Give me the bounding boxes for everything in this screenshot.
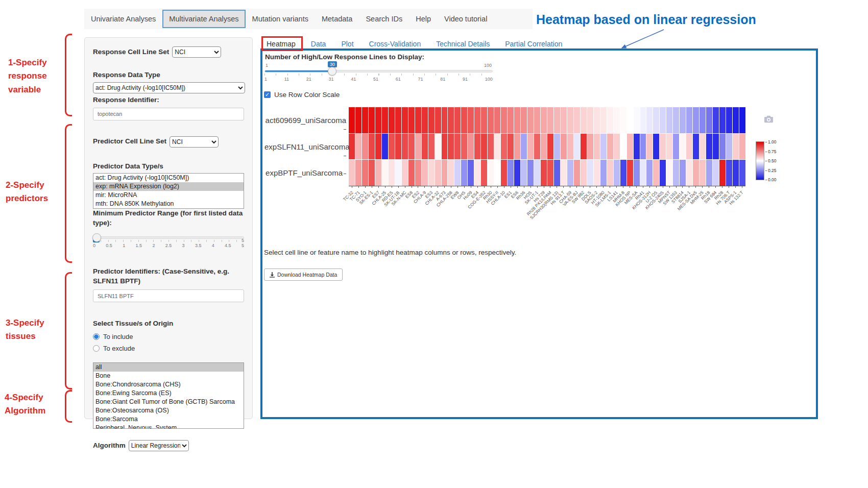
heatmap-cell[interactable]	[733, 107, 739, 133]
heatmap-cell[interactable]	[395, 134, 401, 160]
tissue-option-all[interactable]: all	[93, 363, 244, 372]
heatmap-cell[interactable]	[594, 107, 600, 133]
heatmap-cell[interactable]	[627, 160, 633, 186]
heatmap-cell[interactable]	[415, 107, 421, 133]
heatmap-cell[interactable]	[739, 160, 745, 186]
heatmap-cell[interactable]	[454, 160, 461, 186]
heatmap-cell[interactable]	[706, 160, 712, 186]
heatmap-cell[interactable]	[719, 160, 726, 186]
heatmap-cell[interactable]	[468, 107, 474, 133]
tissue-option-bone-chondrosarcoma-chs[interactable]: Bone:Chondrosarcoma (CHS)	[93, 380, 244, 389]
heatmap-cell[interactable]	[627, 107, 633, 133]
heatmap-cell[interactable]	[521, 134, 527, 160]
response-lines-slider-handle[interactable]	[328, 67, 336, 76]
heatmap-cell[interactable]	[739, 134, 745, 160]
heatmap-cell[interactable]	[726, 160, 732, 186]
heatmap-cell[interactable]	[700, 107, 706, 133]
predictor-data-types-listbox[interactable]: act: Drug Activity (-log10[IC50M])exp: m…	[93, 173, 244, 209]
heatmap-cell[interactable]	[488, 160, 494, 186]
heatmap-cell[interactable]	[375, 107, 381, 133]
heatmap-cell[interactable]	[634, 134, 640, 160]
heatmap-cell[interactable]	[634, 107, 640, 133]
heatmap-cell[interactable]	[600, 107, 607, 133]
heatmap-cell[interactable]	[389, 134, 395, 160]
heatmap-cell[interactable]	[521, 160, 527, 186]
heatmap-cell[interactable]	[461, 134, 467, 160]
heatmap-cell[interactable]	[362, 160, 368, 186]
heatmap-cell[interactable]	[501, 134, 507, 160]
heatmap-cell[interactable]	[581, 107, 587, 133]
heatmap-cell[interactable]	[395, 107, 401, 133]
tissue-include-radio[interactable]	[93, 333, 100, 340]
heatmap-cell[interactable]	[408, 107, 415, 133]
heatmap-cell[interactable]	[719, 107, 726, 133]
heatmap-cell[interactable]	[461, 107, 467, 133]
tissue-option-peripheral-nervous-system[interactable]: Peripheral_Nervous_System	[93, 424, 244, 429]
heatmap-cell[interactable]	[448, 134, 454, 160]
heatmap-cell[interactable]	[402, 134, 408, 160]
heatmap-cell[interactable]	[666, 160, 672, 186]
heatmap-cell[interactable]	[454, 134, 461, 160]
heatmap-cell[interactable]	[620, 160, 626, 186]
nav-item-video-tutorial[interactable]: Video tutorial	[438, 10, 494, 28]
heatmap-cell[interactable]	[514, 160, 520, 186]
nav-item-help[interactable]: Help	[409, 10, 438, 28]
heatmap-cell[interactable]	[620, 107, 626, 133]
heatmap-cell[interactable]	[733, 160, 739, 186]
predictor-data-type-option-mth-dna-850k-methylation[interactable]: mth: DNA 850K Methylation	[93, 200, 244, 208]
predictor-identifiers-input[interactable]	[93, 289, 244, 302]
heatmap-cell[interactable]	[527, 107, 534, 133]
heatmap-cell[interactable]	[422, 134, 428, 160]
heatmap-cell[interactable]	[561, 160, 567, 186]
heatmap-cell[interactable]	[587, 107, 593, 133]
heatmap-cell[interactable]	[362, 107, 368, 133]
heatmap-cell[interactable]	[607, 107, 613, 133]
heatmap-cell[interactable]	[554, 160, 560, 186]
download-heatmap-data-button[interactable]: Download Heatmap Data	[264, 269, 343, 281]
heatmap-cell[interactable]	[673, 160, 679, 186]
heatmap-cell[interactable]	[435, 134, 441, 160]
heatmap-cell[interactable]	[646, 134, 653, 160]
heatmap-cell[interactable]	[726, 107, 732, 133]
heatmap-cell[interactable]	[561, 134, 567, 160]
heatmap-cell[interactable]	[574, 160, 580, 186]
heatmap-cell[interactable]	[567, 134, 573, 160]
heatmap-cell[interactable]	[561, 107, 567, 133]
heatmap-cell[interactable]	[713, 134, 719, 160]
heatmap-cell[interactable]	[581, 134, 587, 160]
heatmap-cell[interactable]	[442, 107, 448, 133]
heatmap-cell[interactable]	[666, 134, 672, 160]
tissue-include-radio-row[interactable]: To include	[93, 333, 244, 340]
tissue-exclude-radio-row[interactable]: To exclude	[93, 345, 244, 352]
heatmap-cell[interactable]	[640, 134, 646, 160]
heatmap-cell[interactable]	[719, 134, 726, 160]
heatmap-cell[interactable]	[389, 160, 395, 186]
heatmap-cell[interactable]	[693, 134, 699, 160]
heatmap-cell[interactable]	[614, 107, 620, 133]
heatmap-cell[interactable]	[567, 107, 573, 133]
nav-item-metadata[interactable]: Metadata	[315, 10, 359, 28]
heatmap-cell[interactable]	[428, 134, 435, 160]
heatmap-cell[interactable]	[435, 160, 441, 186]
heatmap-cell[interactable]	[587, 134, 593, 160]
heatmap-cell[interactable]	[660, 134, 666, 160]
heatmap-cell[interactable]	[653, 134, 659, 160]
heatmap-cell[interactable]	[382, 107, 388, 133]
heatmap-cell[interactable]	[382, 160, 388, 186]
heatmap-cell[interactable]	[587, 160, 593, 186]
heatmap-cell[interactable]	[547, 107, 553, 133]
heatmap-cell[interactable]	[666, 107, 672, 133]
nav-item-mutation-variants[interactable]: Mutation variants	[246, 10, 315, 28]
heatmap-cell[interactable]	[369, 134, 375, 160]
heatmap-cell[interactable]	[620, 134, 626, 160]
heatmap-cell[interactable]	[600, 134, 607, 160]
heatmap-cell[interactable]	[567, 160, 573, 186]
heatmap-cell[interactable]	[733, 134, 739, 160]
heatmap-cell[interactable]	[574, 107, 580, 133]
heatmap-cell[interactable]	[680, 107, 686, 133]
heatmap-cell[interactable]	[686, 107, 692, 133]
heatmap-cell[interactable]	[640, 160, 646, 186]
predictor-data-type-option-act-drug-activity-log10-ic50m[interactable]: act: Drug Activity (-log10[IC50M])	[93, 174, 244, 182]
tissue-option-bone-giant-cell-tumor-of-bone-gctb-sarcoma[interactable]: Bone:Giant Cell Tumor of Bone (GCTB) Sar…	[93, 398, 244, 406]
heatmap-cell[interactable]	[594, 160, 600, 186]
